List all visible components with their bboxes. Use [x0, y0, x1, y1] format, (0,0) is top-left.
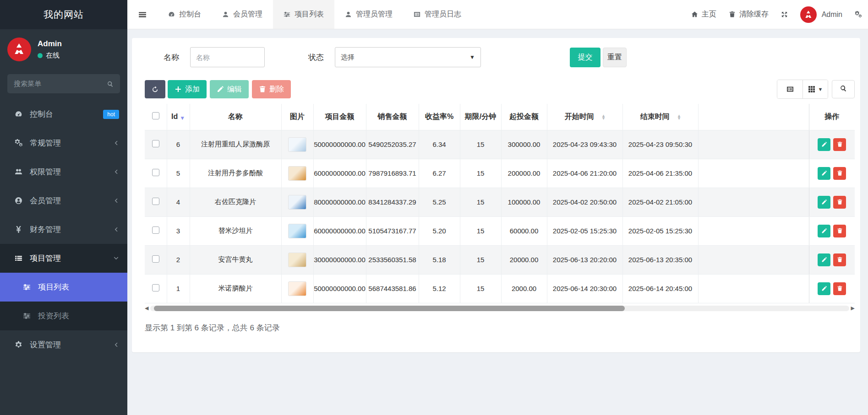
cell-rate: 5.12: [419, 274, 460, 303]
scroll-left-arrow-icon[interactable]: ◀: [145, 305, 150, 311]
sidebar-item-会员管理[interactable]: 会员管理: [0, 186, 127, 215]
sidebar-item-label: 投资列表: [38, 311, 69, 321]
tab-label: 管理员日志: [425, 10, 461, 19]
cell-min_invest: 2000.00: [501, 274, 547, 303]
tab-项目列表[interactable]: 项目列表: [273, 0, 334, 29]
cell-rate: 5.18: [419, 245, 460, 274]
tab-label: 会员管理: [233, 10, 262, 19]
name-filter-input[interactable]: [190, 47, 265, 67]
cell-img: [281, 188, 313, 216]
submit-button[interactable]: 提交: [570, 48, 601, 67]
row-checkbox[interactable]: [152, 226, 159, 234]
cell-amount: 60000000000.00: [313, 159, 366, 188]
cell-img: [281, 274, 313, 303]
menu-toggle-button[interactable]: [127, 0, 158, 29]
column-header-起投金额: 起投金额: [501, 104, 547, 130]
cell-sales: 5687443581.86: [366, 274, 419, 303]
scrollbar-track[interactable]: [150, 306, 849, 311]
sidebar-item-控制台[interactable]: 控制台hot: [0, 100, 127, 129]
user-icon: [345, 11, 352, 18]
user-avatar[interactable]: [7, 38, 31, 61]
cell-name: 注射用重组人尿激酶原: [190, 130, 281, 159]
table-row: 3替米沙坦片60000000000.005105473167.775.20156…: [145, 216, 855, 245]
select-all-checkbox[interactable]: [152, 112, 159, 119]
cell-img: [281, 130, 313, 159]
navbar-user-name: Admin: [822, 11, 842, 19]
add-button[interactable]: 添加: [168, 80, 207, 98]
scrollbar-thumb[interactable]: [154, 306, 625, 311]
sidebar-item-label: 会员管理: [30, 195, 61, 206]
sidebar-item-常规管理[interactable]: 常规管理: [0, 129, 127, 157]
column-label: 项目金额: [325, 112, 355, 122]
row-edit-button[interactable]: [818, 138, 830, 151]
cell-id: 5: [167, 159, 190, 188]
status-filter-select[interactable]: 选择 ▼: [335, 47, 481, 67]
product-image: [288, 224, 306, 238]
column-header-Id[interactable]: Id▼: [167, 104, 190, 130]
pencil-icon: [821, 257, 827, 263]
delete-button[interactable]: 删除: [252, 80, 291, 98]
yen-icon: [14, 226, 23, 233]
row-edit-button[interactable]: [818, 196, 830, 209]
row-checkbox[interactable]: [152, 140, 159, 147]
refresh-icon: [152, 86, 158, 93]
row-delete-button[interactable]: [833, 138, 846, 151]
tab-会员管理[interactable]: 会员管理: [212, 0, 273, 29]
cogs-icon: [14, 139, 23, 147]
column-header-结束时间[interactable]: 结束时间▴▾: [622, 104, 698, 130]
row-actions-cell: [809, 274, 855, 303]
sort-desc-icon: ▼: [180, 115, 185, 121]
cell-start_time: 2025-06-13 20:20:00: [547, 245, 622, 274]
row-actions-cell: [809, 188, 855, 216]
scroll-right-arrow-icon[interactable]: ▶: [849, 305, 855, 311]
row-delete-button[interactable]: [833, 167, 846, 180]
row-delete-button[interactable]: [833, 196, 846, 209]
navbar-user-menu[interactable]: Admin: [800, 6, 842, 23]
columns-button[interactable]: ▼: [802, 80, 828, 98]
row-delete-button[interactable]: [833, 225, 846, 237]
sidebar-item-项目管理[interactable]: 项目管理: [0, 244, 127, 273]
sidebar-item-权限管理[interactable]: 权限管理: [0, 157, 127, 186]
cell-period: 15: [460, 245, 501, 274]
tab-控制台[interactable]: 控制台: [158, 0, 212, 29]
tab-管理员日志[interactable]: 管理员日志: [403, 0, 472, 29]
row-edit-button[interactable]: [818, 225, 830, 237]
cell-id: 6: [167, 130, 190, 159]
row-checkbox[interactable]: [152, 284, 159, 291]
gauge-icon: [168, 11, 175, 18]
sidebar-search-input[interactable]: 搜索菜单: [7, 74, 120, 93]
reset-button[interactable]: 重置: [603, 48, 627, 67]
edit-button[interactable]: 编辑: [210, 80, 249, 98]
sidebar-item-财务管理[interactable]: 财务管理: [0, 215, 127, 244]
row-checkbox[interactable]: [152, 255, 159, 263]
cell-img: [281, 159, 313, 188]
row-delete-button[interactable]: [833, 282, 846, 295]
row-checkbox[interactable]: [152, 169, 159, 176]
filter-form: 名称 状态 选择 ▼ 提交 重置: [145, 47, 855, 67]
row-edit-button[interactable]: [818, 253, 830, 266]
row-edit-button[interactable]: [818, 167, 830, 180]
row-delete-button[interactable]: [833, 253, 846, 266]
user-panel: Admin 在线: [0, 29, 127, 70]
row-edit-button[interactable]: [818, 282, 830, 295]
column-header-开始时间[interactable]: 开始时间▴▾: [547, 104, 622, 130]
detail-view-button[interactable]: [777, 80, 802, 98]
home-link[interactable]: 主页: [691, 10, 716, 19]
settings-gears-button[interactable]: [855, 11, 862, 18]
sidebar-item-设置管理[interactable]: 设置管理: [0, 330, 127, 359]
column-label: 名称: [228, 112, 243, 122]
gear-icon: [14, 341, 23, 349]
app-title: 我的网站: [0, 0, 127, 29]
cell-end_time: 2025-04-06 21:35:00: [622, 159, 698, 188]
search-toggle-button[interactable]: [832, 80, 855, 98]
sidebar-item-投资列表[interactable]: 投资列表: [0, 302, 127, 330]
sliders-icon: [284, 11, 290, 18]
row-checkbox[interactable]: [152, 198, 159, 205]
tab-管理员管理[interactable]: 管理员管理: [334, 0, 403, 29]
clear-cache-link[interactable]: 清除缓存: [729, 10, 769, 19]
sidebar-item-项目列表[interactable]: 项目列表: [0, 273, 127, 302]
grid-icon: [808, 86, 815, 93]
fullscreen-button[interactable]: [781, 11, 788, 18]
cell-min_invest: 60000.00: [501, 216, 547, 245]
refresh-button[interactable]: [145, 80, 165, 98]
